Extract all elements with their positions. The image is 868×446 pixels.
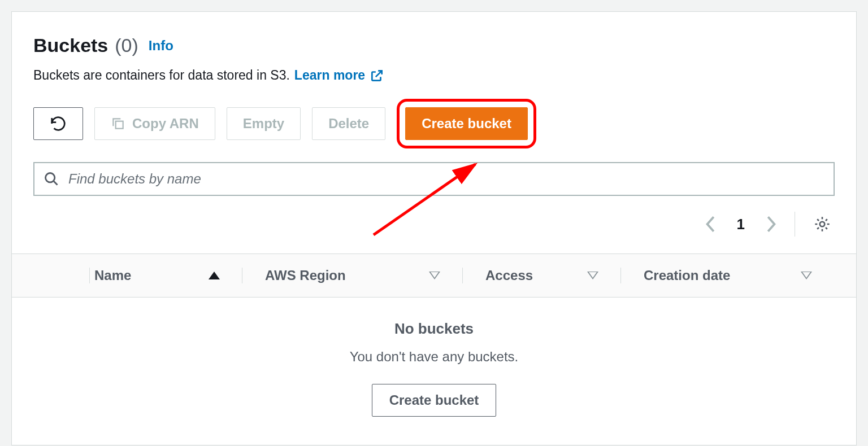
column-region-label: AWS Region: [265, 268, 346, 283]
column-access-label: Access: [485, 268, 533, 283]
search-container: [33, 162, 835, 196]
svg-rect-0: [116, 121, 123, 129]
search-input[interactable]: [68, 171, 824, 187]
annotation-highlight: Create bucket: [397, 99, 536, 148]
pagination-row: 1: [33, 212, 835, 237]
column-region[interactable]: AWS Region: [242, 268, 463, 283]
empty-button[interactable]: Empty: [227, 107, 301, 140]
learn-more-label: Learn more: [294, 68, 365, 83]
empty-state-description: You don't have any buckets.: [12, 349, 856, 365]
copy-arn-label: Copy ARN: [132, 116, 199, 132]
select-all-cell: [33, 268, 90, 283]
column-access[interactable]: Access: [463, 268, 621, 283]
learn-more-link[interactable]: Learn more: [294, 68, 384, 83]
empty-state-create-label: Create bucket: [389, 392, 479, 408]
column-name[interactable]: Name: [90, 268, 242, 283]
prev-page-button[interactable]: [705, 215, 717, 233]
next-page-button[interactable]: [765, 215, 776, 233]
divider: [795, 212, 795, 237]
copy-arn-button[interactable]: Copy ARN: [94, 107, 215, 140]
svg-point-2: [820, 222, 825, 227]
refresh-icon: [50, 115, 67, 132]
toolbar: Copy ARN Empty Delete Create bucket: [33, 99, 835, 148]
settings-button[interactable]: [813, 215, 831, 233]
copy-icon: [111, 116, 125, 131]
empty-label: Empty: [243, 116, 284, 132]
pager: 1: [705, 215, 776, 233]
delete-label: Delete: [328, 116, 369, 132]
table-header: Name AWS Region Access Creation date: [12, 253, 856, 298]
refresh-button[interactable]: [33, 107, 83, 140]
create-bucket-label: Create bucket: [422, 116, 511, 132]
empty-state-create-button[interactable]: Create bucket: [372, 384, 497, 417]
column-created[interactable]: Creation date: [621, 268, 835, 283]
sort-asc-icon: [209, 272, 220, 279]
sort-icon: [587, 272, 598, 279]
create-bucket-button[interactable]: Create bucket: [405, 107, 528, 140]
empty-state-title: No buckets: [12, 320, 856, 338]
page-title: Buckets: [33, 34, 108, 56]
delete-button[interactable]: Delete: [312, 107, 385, 140]
bucket-count: (0): [115, 34, 138, 56]
buckets-panel: Buckets (0) Info Buckets are containers …: [11, 11, 857, 445]
panel-description-row: Buckets are containers for data stored i…: [33, 68, 835, 83]
sort-icon: [801, 272, 812, 279]
gear-icon: [813, 215, 831, 233]
search-icon: [44, 171, 59, 187]
svg-point-1: [46, 173, 55, 182]
info-link[interactable]: Info: [149, 38, 173, 54]
sort-icon: [429, 272, 440, 279]
external-link-icon: [370, 68, 384, 83]
column-name-label: Name: [94, 268, 131, 283]
panel-description: Buckets are containers for data stored i…: [33, 68, 290, 83]
column-created-label: Creation date: [644, 268, 730, 283]
empty-state: No buckets You don't have any buckets. C…: [12, 298, 856, 445]
page-number: 1: [737, 216, 745, 233]
panel-header: Buckets (0) Info: [33, 34, 835, 56]
